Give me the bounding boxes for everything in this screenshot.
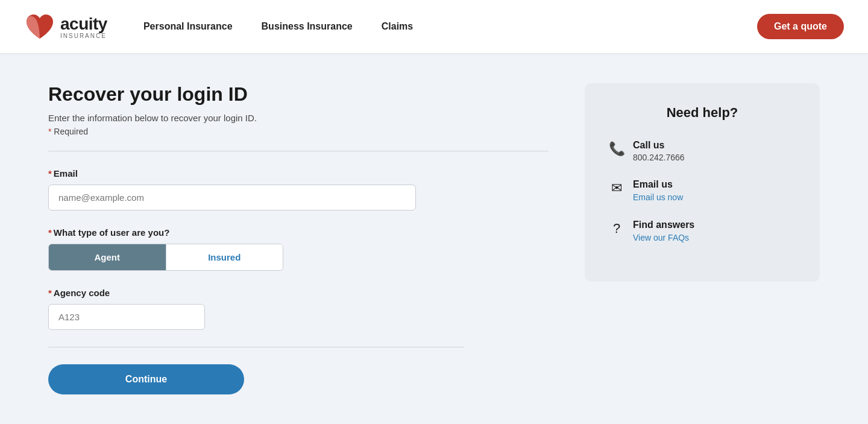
logo-icon bbox=[24, 11, 55, 42]
phone-icon: 📞 bbox=[609, 141, 624, 157]
agency-code-label: *Agency code bbox=[48, 288, 549, 298]
logo[interactable]: acuity INSURANCE bbox=[24, 11, 107, 42]
call-label: Call us bbox=[633, 140, 685, 151]
help-title: Need help? bbox=[609, 105, 796, 121]
user-type-label: *What type of user are you? bbox=[48, 227, 549, 238]
logo-text: acuity INSURANCE bbox=[60, 14, 107, 39]
find-answers-label: Find answers bbox=[633, 220, 694, 230]
top-divider bbox=[48, 151, 549, 151]
help-email-item: ✉ Email us Email us now bbox=[609, 179, 796, 203]
nav-personal-insurance[interactable]: Personal Insurance bbox=[143, 21, 233, 32]
email-us-link[interactable]: Email us now bbox=[633, 192, 683, 202]
email-label: *Email bbox=[48, 168, 549, 179]
nav-claims[interactable]: Claims bbox=[382, 21, 413, 32]
user-type-group: *What type of user are you? Agent Insure… bbox=[48, 227, 549, 271]
question-icon: ? bbox=[609, 221, 624, 236]
email-input[interactable] bbox=[48, 185, 416, 210]
email-group: *Email bbox=[48, 168, 549, 210]
user-type-toggle: Agent Insured bbox=[48, 244, 283, 271]
insured-toggle-button[interactable]: Insured bbox=[166, 244, 283, 270]
bottom-divider bbox=[48, 347, 464, 347]
help-call-item: 📞 Call us 800.242.7666 bbox=[609, 140, 796, 162]
page-title: Recover your login ID bbox=[48, 83, 549, 106]
agency-code-group: *Agency code bbox=[48, 288, 549, 330]
main-content: Recover your login ID Enter the informat… bbox=[0, 53, 868, 424]
view-faqs-link[interactable]: View our FAQs bbox=[633, 233, 689, 242]
mail-icon: ✉ bbox=[609, 180, 624, 196]
help-box: Need help? 📞 Call us 800.242.7666 ✉ Emai… bbox=[585, 83, 820, 282]
help-faq-item: ? Find answers View our FAQs bbox=[609, 220, 796, 243]
agency-code-input[interactable] bbox=[48, 304, 205, 330]
call-number: 800.242.7666 bbox=[633, 153, 685, 162]
form-subtitle: Enter the information below to recover y… bbox=[48, 113, 549, 123]
get-quote-button[interactable]: Get a quote bbox=[757, 14, 844, 39]
continue-button[interactable]: Continue bbox=[48, 364, 244, 394]
agent-toggle-button[interactable]: Agent bbox=[49, 244, 166, 270]
nav-business-insurance[interactable]: Business Insurance bbox=[262, 21, 353, 32]
required-note: * Required bbox=[48, 127, 549, 136]
main-nav: Personal Insurance Business Insurance Cl… bbox=[143, 21, 757, 32]
header: acuity INSURANCE Personal Insurance Busi… bbox=[0, 0, 868, 53]
form-section: Recover your login ID Enter the informat… bbox=[48, 83, 549, 394]
email-us-label: Email us bbox=[633, 179, 683, 190]
